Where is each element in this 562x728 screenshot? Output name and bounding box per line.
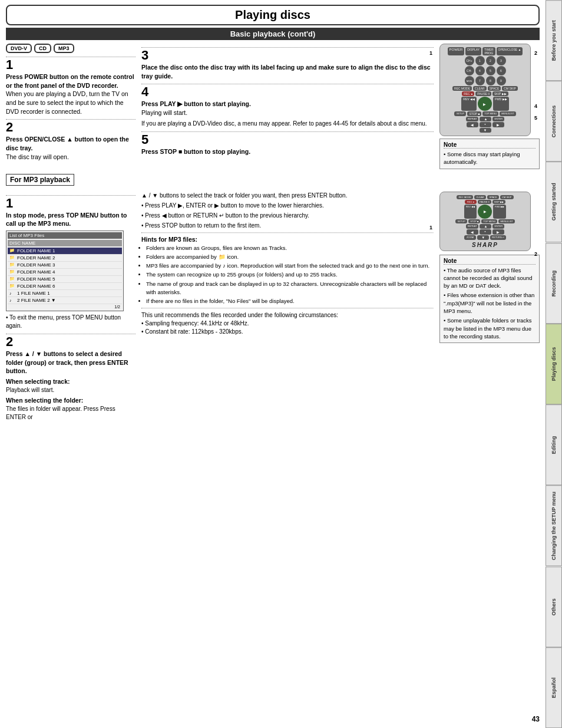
r2-rev[interactable]: REV ◀◀ — [464, 205, 477, 219]
sidebar-tab-recording[interactable]: Recording — [546, 243, 562, 324]
r2-rec-mode[interactable]: REC MODE — [457, 195, 473, 199]
sidebar-tab-playing-discs[interactable]: Playing discs — [546, 324, 562, 404]
mp3-badge: MP3 — [54, 44, 74, 53]
mp3-note-line-0: • The audio source of MP3 files cannot b… — [444, 266, 535, 290]
r2-play[interactable]: ▶ — [478, 205, 492, 219]
mp3-menu-title: List of MP3 Files — [8, 232, 122, 239]
right-btn[interactable]: ▶ — [492, 122, 504, 127]
r2-right[interactable]: ▶ — [492, 229, 504, 235]
r2-setup[interactable]: SETUP — [455, 219, 467, 223]
remote2-row-nav: REPEAT ▲ ENTER — [442, 224, 528, 229]
btn-6[interactable]: 6 — [497, 66, 506, 75]
cm-skip-btn[interactable]: CM SKIP — [502, 86, 518, 91]
r2-stop[interactable]: STOP ■ — [468, 219, 480, 223]
stop-btn[interactable]: STOP ■ — [467, 111, 481, 116]
btn-1[interactable]: 1 — [475, 56, 485, 65]
r2-enter[interactable]: ENTER — [492, 224, 504, 229]
open-close-btn[interactable]: OPEN/CLOSE ▲ — [497, 47, 523, 55]
step4-bold: Press PLAY ▶ button to start playing. — [141, 100, 251, 107]
timer-prog-btn[interactable]: TIMERPROG — [482, 47, 495, 55]
sidebar-tab-before-you-start[interactable]: Before you start — [546, 0, 562, 81]
mp3-select-track-header: When selecting track: — [6, 378, 135, 385]
mp3-exit-note: • To exit the menu, press TOP MENU butto… — [6, 314, 135, 330]
pause-btn[interactable]: PAUSE II — [475, 91, 491, 96]
r2-up[interactable]: ▲ — [480, 224, 491, 229]
sidebar-tab-espanol[interactable]: Español — [546, 647, 562, 728]
display-btn[interactable]: DISPLAY — [465, 47, 481, 55]
sidebar-tab-connections[interactable]: Connections — [546, 81, 562, 162]
basic-mid-col: 3 Place the disc onto the disc tray with… — [141, 44, 434, 169]
r2-left[interactable]: ◀ — [467, 229, 478, 235]
r2-down[interactable]: ▼ — [477, 235, 489, 240]
r2-pause[interactable]: PAUSE II — [478, 200, 491, 204]
btn-2[interactable]: 2 — [486, 56, 495, 65]
fwd-btn[interactable]: FWD ▶▶ — [493, 97, 509, 111]
step2-normal: The disc tray will open. — [6, 153, 69, 160]
r2-zoom[interactable]: ZOOM — [464, 235, 476, 240]
r2-menulist[interactable]: MENU/LIST — [498, 219, 514, 223]
btn-7[interactable]: 7 — [475, 76, 485, 85]
mp3-hints-header: Hints for MP3 files: — [141, 236, 434, 243]
r2-topmenu[interactable]: TOP MENU — [481, 219, 497, 223]
skip-btn[interactable]: SKIP ▶▶ — [492, 91, 508, 96]
btn-3[interactable]: 3 — [497, 56, 506, 65]
r2-fwd[interactable]: FWD ▶▶ — [493, 205, 506, 219]
mp3-hint-5: The name of group and track can be displ… — [146, 280, 434, 297]
sidebar-tab-editing[interactable]: Editing — [546, 404, 562, 485]
ch-down-btn[interactable]: CH- — [465, 66, 474, 75]
mp3-step2-divider — [6, 334, 135, 334]
step5-num: 5 — [141, 133, 434, 146]
basic-right-col: 1 2 4 5 POWER DISPLAY TIMERPROG OPEN/CLO… — [439, 44, 540, 169]
rec-btn[interactable]: REC ● — [462, 91, 474, 96]
r2-return[interactable]: RETURN ↵ — [490, 235, 506, 240]
mp3-columns: 1 In stop mode, press TOP MENU button to… — [6, 192, 540, 421]
r2-sel[interactable]: ● — [480, 229, 491, 235]
mp3-item-4: 📁FOLDER NAME 5 — [8, 276, 122, 283]
mp3-select-track: Playback will start. — [6, 386, 135, 394]
sidebar-tab-setup-menu[interactable]: Changing the SETUP menu — [546, 485, 562, 566]
up-btn[interactable]: ▲ — [480, 117, 491, 121]
mp3-note-line-2: • Some unplayable folders or tracks may … — [444, 317, 535, 340]
step2-bold: Press OPEN/CLOSE ▲ button to open the di… — [6, 136, 129, 151]
rev-btn[interactable]: REV ◀◀ — [461, 97, 477, 111]
play-btn[interactable]: ▶ — [478, 97, 492, 111]
r2-clear[interactable]: CLEAR — [474, 195, 486, 199]
down-btn[interactable]: ▼ — [480, 128, 491, 133]
enter-btn[interactable]: ENTER — [492, 117, 504, 121]
menu-list-btn[interactable]: MENU/LIST — [500, 111, 515, 116]
step5-bold: Press STOP ■ button to stop playing. — [141, 148, 250, 155]
sidebar-tab-getting-started[interactable]: Getting started — [546, 162, 562, 242]
r2-rec[interactable]: REC ● — [465, 200, 477, 204]
setup-btn[interactable]: SETUP — [454, 111, 466, 116]
space-btn[interactable]: SPACE — [488, 86, 501, 91]
sidebar-tab-others[interactable]: Others — [546, 566, 562, 647]
top-menu-btn[interactable]: TOP MENU — [482, 111, 498, 116]
remote-row-nav: REPEAT ▲ ENTER — [442, 117, 528, 121]
monitor-btn[interactable]: MON — [465, 76, 474, 85]
clear-btn[interactable]: CLEAR — [473, 86, 487, 91]
btn-5[interactable]: 5 — [486, 66, 495, 75]
r2-skip[interactable]: SKIP ▶▶ — [492, 200, 505, 204]
mp3-section-header: For MP3 playback — [6, 174, 74, 186]
r2-cmskip[interactable]: CM SKIP — [500, 195, 513, 199]
main-content: Playing discs Basic playback (cont'd) DV… — [0, 0, 546, 728]
ch-up-btn[interactable]: CH+ — [465, 56, 474, 65]
select-btn[interactable]: ● — [480, 122, 491, 127]
mp3-step2-num: 2 — [6, 335, 135, 348]
btn-4[interactable]: 4 — [475, 66, 485, 75]
basic-note-box: Note • Some discs may start playing auto… — [439, 139, 540, 169]
r2-repeat[interactable]: REPEAT — [466, 224, 479, 229]
r2-space[interactable]: SPACE — [487, 195, 499, 199]
remote2-row-stop: SETUP STOP ■ TOP MENU MENU/LIST — [442, 219, 528, 223]
basic-note-text: • Some discs may start playing automatic… — [444, 150, 535, 166]
repeat-btn[interactable]: REPEAT — [466, 117, 479, 121]
power-btn[interactable]: POWER — [448, 47, 465, 55]
btn-8[interactable]: 8 — [486, 76, 495, 85]
remote-row-top: POWER DISPLAY TIMERPROG OPEN/CLOSE ▲ — [442, 47, 528, 55]
dvd-v-badge: DVD-V — [6, 44, 32, 53]
remote-row-num3: MON 7 8 9 — [442, 76, 528, 85]
remote-row-ch: CH+ 1 2 3 — [442, 56, 528, 65]
rec-mode-btn[interactable]: REC MODE — [452, 86, 472, 91]
left-btn[interactable]: ◀ — [467, 122, 478, 127]
btn-9[interactable]: 9 — [497, 76, 506, 85]
